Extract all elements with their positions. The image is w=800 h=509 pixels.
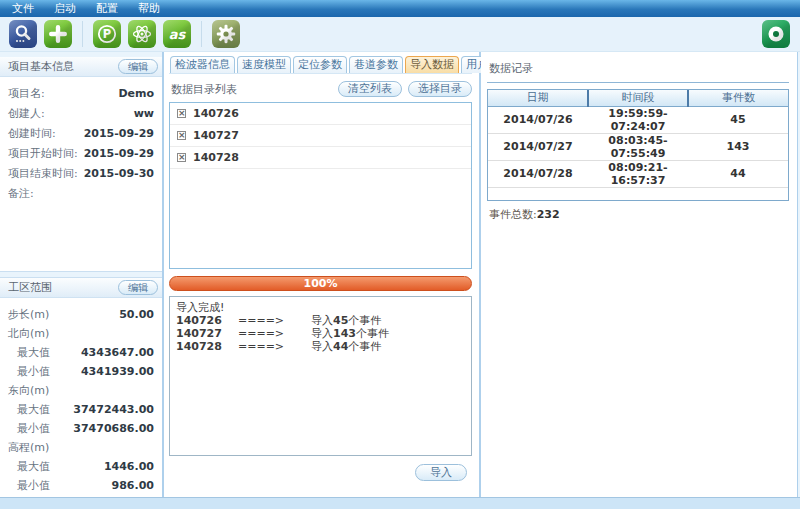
records-table-body: 2014/07/2619:59:59-07:24:07452014/07/270… — [488, 106, 788, 187]
field-value: 50.00 — [119, 305, 154, 324]
field-row: 高程(m) — [0, 438, 162, 457]
field-row: 最小值37470686.00 — [0, 419, 162, 438]
settings-gear-icon[interactable] — [212, 20, 240, 48]
tab-velocity-model[interactable]: 速度模型 — [237, 56, 291, 73]
table-cell: 45 — [688, 106, 788, 133]
field-row: 最大值4343647.00 — [0, 343, 162, 362]
field-value: 4341939.00 — [81, 362, 154, 381]
field-value: 37472443.00 — [73, 400, 154, 419]
field-label: 东向(m) — [8, 381, 49, 400]
tab-import-data[interactable]: 导入数据 — [405, 56, 459, 73]
edit-work-area-button[interactable]: 编辑 — [118, 280, 158, 295]
records-table-head-row: 日期时间段事件数 — [488, 90, 788, 106]
directory-item[interactable]: 140728 — [170, 147, 471, 169]
field-label: 创建时间: — [8, 124, 56, 144]
gear-glyph — [215, 23, 237, 45]
table-row[interactable]: 2014/07/2619:59:59-07:24:0745 — [488, 106, 788, 133]
table-cell: 2014/07/27 — [488, 133, 588, 160]
search-icon[interactable] — [9, 20, 37, 48]
field-row: 项目开始时间:2015-09-29 — [0, 144, 162, 164]
panel-divider — [0, 271, 162, 278]
project-info-panel: 项目基本信息 编辑 项目名:Demo创建人:ww创建时间:2015-09-29项… — [0, 57, 162, 271]
directory-list-title: 数据目录列表 — [169, 82, 332, 97]
field-row: 最小值4341939.00 — [0, 362, 162, 381]
table-header-cell: 时间段 — [588, 90, 688, 106]
import-button[interactable]: 导入 — [415, 464, 467, 481]
remove-icon[interactable] — [177, 109, 186, 118]
field-value: 1446.00 — [104, 457, 154, 476]
left-sidebar: 项目基本信息 编辑 项目名:Demo创建人:ww创建时间:2015-09-29项… — [0, 52, 164, 497]
table-cell: 19:59:59-07:24:07 — [588, 106, 688, 133]
p-glyph: P — [96, 23, 118, 45]
as-glyph: as — [169, 27, 186, 42]
field-row: 项目名:Demo — [0, 84, 162, 104]
field-label: 最大值 — [17, 343, 50, 362]
menu-config[interactable]: 配置 — [86, 0, 128, 17]
field-value: 2015-09-29 — [84, 124, 154, 144]
directory-item[interactable]: 140727 — [170, 125, 471, 147]
directory-item[interactable]: 140726 — [170, 103, 471, 125]
remove-icon[interactable] — [177, 131, 186, 140]
project-info-fields: 项目名:Demo创建人:ww创建时间:2015-09-29项目开始时间:2015… — [0, 77, 162, 204]
project-info-header: 项目基本信息 编辑 — [0, 57, 162, 77]
field-label: 项目结束时间: — [8, 164, 78, 184]
p-icon[interactable]: P — [93, 20, 121, 48]
field-label: 创建人: — [8, 104, 45, 124]
panel-title: 工区范围 — [8, 280, 52, 295]
svg-text:P: P — [103, 27, 111, 41]
magnifier-glyph — [13, 24, 33, 44]
log-result: 导入143个事件 — [311, 327, 389, 340]
field-label: 最大值 — [17, 400, 50, 419]
tab-bar: 检波器信息速度模型定位参数巷道参数导入数据用户管理项目配置 — [169, 55, 472, 74]
field-row: 东向(m) — [0, 381, 162, 400]
edit-project-info-button[interactable]: 编辑 — [118, 59, 158, 74]
field-row: 创建人:ww — [0, 104, 162, 124]
field-label: 项目名: — [8, 84, 45, 104]
directory-list: 140726140727140728 — [169, 102, 472, 269]
as-icon[interactable]: as — [163, 20, 191, 48]
table-row[interactable]: 2014/07/2708:03:45-07:55:49143 — [488, 133, 788, 160]
field-value: 37470686.00 — [73, 419, 154, 438]
log-status: 导入完成! — [176, 301, 465, 314]
menu-help[interactable]: 帮助 — [128, 0, 170, 17]
log-entry: 140726====>导入45个事件 — [176, 314, 465, 327]
field-label: 备注: — [8, 184, 34, 204]
menubar: 文件启动配置帮助 — [0, 0, 800, 17]
add-icon[interactable] — [44, 20, 72, 48]
toolbar: P as — [0, 17, 800, 52]
field-row: 项目结束时间:2015-09-30 — [0, 164, 162, 184]
log-result: 导入45个事件 — [311, 314, 381, 327]
clear-list-button[interactable]: 清空列表 — [338, 81, 402, 97]
menu-start[interactable]: 启动 — [44, 0, 86, 17]
table-cell: 08:09:21-16:57:37 — [588, 160, 688, 187]
field-label: 最小值 — [17, 419, 50, 438]
field-value: 2015-09-29 — [84, 144, 154, 164]
tab-tunnel-params[interactable]: 巷道参数 — [349, 56, 403, 73]
atom-icon[interactable] — [128, 20, 156, 48]
directory-name: 140727 — [193, 129, 239, 142]
log-directory: 140728 — [176, 340, 238, 353]
log-arrow: ====> — [238, 314, 311, 327]
field-label: 最小值 — [17, 362, 50, 381]
import-progress-bar: 100% — [169, 276, 472, 291]
select-directory-button[interactable]: 选择目录 — [408, 81, 472, 97]
field-label: 步长(m) — [8, 305, 49, 324]
tab-location-params[interactable]: 定位参数 — [293, 56, 347, 73]
menu-file[interactable]: 文件 — [2, 0, 44, 17]
total-events-label: 事件总数: — [489, 208, 537, 221]
records-table: 日期时间段事件数 2014/07/2619:59:59-07:24:074520… — [487, 89, 789, 201]
table-row[interactable]: 2014/07/2808:09:21-16:57:3744 — [488, 160, 788, 187]
title-rule — [487, 82, 789, 83]
atom-glyph — [131, 23, 153, 45]
field-label: 最小值 — [17, 476, 50, 495]
total-events-value: 232 — [537, 208, 560, 221]
import-data-panel: 检波器信息速度模型定位参数巷道参数导入数据用户管理项目配置 数据目录列表 清空列… — [164, 52, 481, 497]
record-icon[interactable] — [762, 20, 790, 48]
work-area-panel: 工区范围 编辑 步长(m)50.00北向(m)最大值4343647.00最小值4… — [0, 278, 162, 497]
field-row: 最大值37472443.00 — [0, 400, 162, 419]
log-directory: 140726 — [176, 314, 238, 327]
field-row: 北向(m) — [0, 324, 162, 343]
log-entry: 140727====>导入143个事件 — [176, 327, 465, 340]
tab-detector-info[interactable]: 检波器信息 — [170, 56, 235, 73]
remove-icon[interactable] — [177, 153, 186, 162]
